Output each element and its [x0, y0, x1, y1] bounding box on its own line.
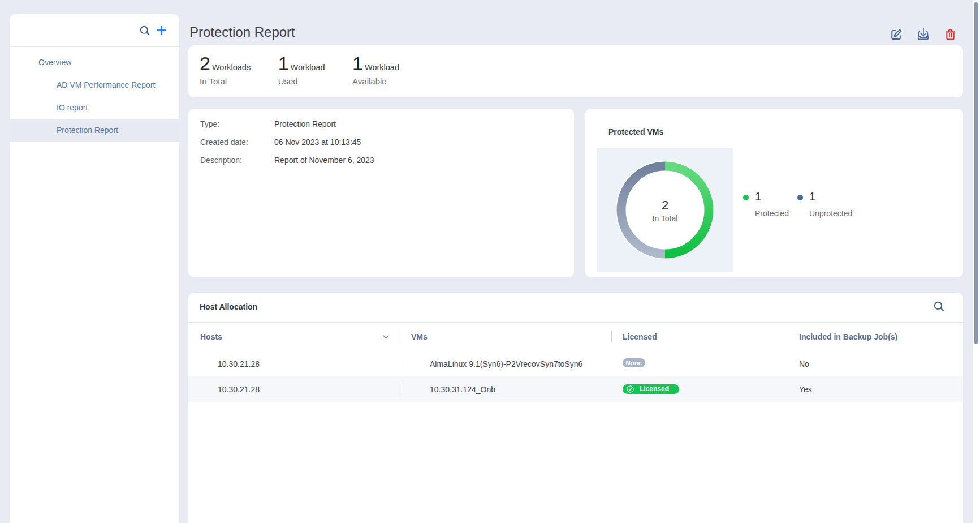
sidebar-header: [10, 14, 179, 47]
stat-caption: Used: [278, 76, 325, 87]
detail-label: Created date:: [200, 136, 274, 148]
protected-dot-icon: [743, 195, 749, 200]
cell-host: 10.30.21.28: [188, 359, 400, 368]
license-badge-label: Licensed: [640, 385, 669, 393]
table-search-icon[interactable]: [934, 301, 944, 312]
protected-vms-card: Protected VMs 2 In Total: [585, 109, 963, 277]
stat-top: 1 Workload: [352, 54, 399, 73]
table-row[interactable]: 10.30.21.28 AlmaLinux 9.1(Syn6)-P2Vrecov…: [188, 351, 963, 376]
export-icon[interactable]: [917, 28, 929, 40]
sidebar-item-protection-report[interactable]: Protection Report: [10, 119, 179, 142]
unprotected-dot-icon: [797, 195, 803, 200]
column-separator: [611, 331, 612, 342]
legend-unprotected: 1 Unprotected: [797, 190, 852, 218]
stat-top: 1 Workload: [278, 54, 325, 73]
legend-label: Protected: [755, 209, 789, 218]
cell-host: 10.30.21.28: [188, 385, 400, 394]
cell-included: No: [788, 359, 963, 368]
host-allocation-title: Host Allocation: [200, 302, 257, 311]
check-circle-icon: [627, 385, 634, 393]
add-icon[interactable]: [157, 25, 166, 35]
workload-stats-card: 2 Workloads In Total 1 Workload Used 1 W…: [188, 45, 963, 97]
detail-row-created-date: Created date: 06 Nov 2023 at 10:13:45: [200, 136, 574, 148]
stat-value: 2: [200, 54, 210, 73]
sidebar-item-io-report[interactable]: IO report: [10, 96, 179, 119]
edit-icon[interactable]: [891, 28, 902, 40]
sidebar-item-ad-vm-performance-report[interactable]: AD VM Performance Report: [10, 74, 179, 96]
detail-value: Protection Report: [274, 118, 336, 130]
header-actions: [891, 28, 956, 40]
legend-label: Unprotected: [809, 209, 852, 218]
column-header-licensed[interactable]: Licensed: [611, 332, 788, 341]
cell-vm: 10.30.31.124_Onb: [400, 385, 611, 394]
column-separator: [400, 358, 400, 369]
stat-caption: Available: [352, 76, 399, 87]
detail-value: 06 Nov 2023 at 10:13:45: [274, 136, 361, 148]
detail-label: Type:: [200, 118, 274, 130]
column-header-label: Hosts: [200, 332, 222, 341]
delete-icon[interactable]: [945, 28, 956, 40]
host-allocation-card: Host Allocation Hosts VMs Licensed Inclu…: [188, 293, 963, 523]
stat-value: 1: [352, 54, 363, 73]
detail-label: Description:: [200, 155, 274, 166]
column-header-included[interactable]: Included in Backup Job(s): [788, 332, 963, 341]
stat-caption: In Total: [200, 76, 251, 87]
sidebar-item-overview[interactable]: Overview: [10, 51, 179, 74]
stat-available: 1 Workload Available: [352, 54, 399, 97]
column-header-vms[interactable]: VMs: [400, 332, 611, 341]
cell-included: Yes: [788, 385, 963, 394]
sidebar: Overview AD VM Performance Report IO rep…: [10, 14, 179, 523]
scrollbar-thumb[interactable]: [974, 2, 978, 344]
stat-unit: Workloads: [212, 63, 251, 72]
cell-licensed: None: [611, 359, 788, 368]
legend-value: 1: [755, 190, 789, 203]
stat-in-total: 2 Workloads In Total: [200, 54, 251, 97]
stat-value: 1: [278, 54, 289, 73]
detail-row-type: Type: Protection Report: [200, 118, 574, 130]
stat-unit: Workload: [291, 63, 325, 72]
column-separator: [400, 331, 400, 342]
license-badge-licensed: Licensed: [623, 384, 679, 394]
stat-top: 2 Workloads: [200, 54, 251, 73]
table-row[interactable]: 10.30.21.28 10.30.31.124_Onb Licensed Ye…: [188, 376, 963, 402]
cell-licensed: Licensed: [611, 384, 788, 395]
column-separator: [400, 383, 400, 395]
report-details-card: Type: Protection Report Created date: 06…: [188, 109, 574, 277]
stat-used: 1 Workload Used: [278, 54, 325, 97]
host-allocation-header: Host Allocation: [188, 293, 963, 323]
protected-vms-chart-panel: 2 In Total: [597, 148, 733, 272]
protected-vms-title: Protected VMs: [608, 127, 663, 136]
legend-text: 1 Unprotected: [809, 190, 852, 218]
license-badge-none: None: [623, 358, 645, 367]
stat-unit: Workload: [365, 63, 399, 72]
legend-protected: 1 Protected: [743, 190, 789, 218]
donut-total-label: In Total: [597, 213, 733, 224]
chevron-down-icon[interactable]: [383, 335, 389, 339]
column-header-hosts[interactable]: Hosts: [188, 332, 400, 341]
page-title: Protection Report: [189, 24, 295, 40]
donut-total-value: 2: [597, 199, 733, 212]
legend-text: 1 Protected: [755, 190, 789, 218]
search-icon[interactable]: [140, 25, 150, 36]
detail-value: Report of November 6, 2023: [274, 155, 374, 166]
sidebar-items: Overview AD VM Performance Report IO rep…: [10, 47, 179, 142]
cell-vm: AlmaLinux 9.1(Syn6)-P2VrecovSyn7toSyn6: [400, 359, 611, 368]
table-header-row: Hosts VMs Licensed Included in Backup Jo…: [188, 323, 963, 351]
legend-value: 1: [809, 190, 852, 203]
detail-row-description: Description: Report of November 6, 2023: [200, 155, 574, 166]
